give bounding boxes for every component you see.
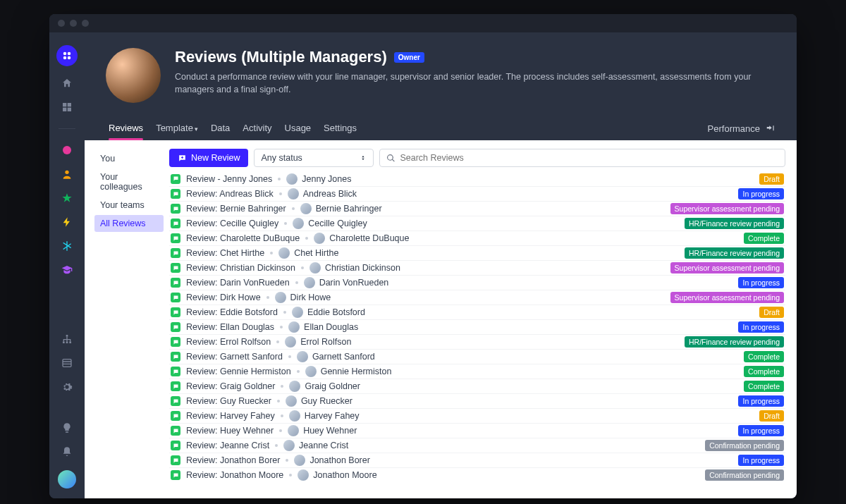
status-filter-dropdown[interactable]: Any status <box>254 149 374 167</box>
review-icon <box>171 381 180 391</box>
separator-dot <box>278 178 281 180</box>
review-title: Review: Chet Hirthe <box>186 248 264 258</box>
svg-rect-7 <box>68 108 71 111</box>
filter-item[interactable]: Your teams <box>94 197 164 214</box>
review-row[interactable]: Review: Eddie BotsfordEddie BotsfordDraf… <box>169 305 785 319</box>
status-badge: Draft <box>759 173 784 185</box>
star-icon[interactable] <box>60 191 74 205</box>
lightbulb-icon[interactable] <box>60 421 74 435</box>
assignee-avatar <box>309 262 321 273</box>
dropdown-caret-icon <box>360 154 367 161</box>
svg-rect-5 <box>68 103 71 106</box>
separator-dot <box>270 252 273 254</box>
assignee-name: Jonathon Borer <box>309 455 369 465</box>
review-row[interactable]: Review: Errol RolfsonErrol RolfsonHR/Fin… <box>169 334 785 349</box>
review-icon <box>171 174 180 184</box>
separator-dot <box>286 459 288 462</box>
review-row[interactable]: Review: Graig GoldnerGraig GoldnerComple… <box>169 379 785 393</box>
person-icon[interactable] <box>60 167 74 181</box>
status-badge: In progress <box>738 455 784 466</box>
page-subtitle: Conduct a performance review with your l… <box>175 70 753 96</box>
review-row[interactable]: Review: Garnett SanfordGarnett SanfordCo… <box>169 349 785 364</box>
review-row[interactable]: Review: Andreas BlickAndreas BlickIn pro… <box>169 186 785 201</box>
filter-item[interactable]: Your colleagues <box>94 168 164 195</box>
review-row[interactable]: Review: Cecille QuigleyCecille QuigleyHR… <box>169 216 785 231</box>
breadcrumb-label: Performance <box>708 123 760 134</box>
review-row[interactable]: Review: Gennie HermistonGennie Hermiston… <box>169 364 785 379</box>
filter-item[interactable]: All Reviews <box>94 215 164 232</box>
breadcrumb[interactable]: Performance <box>708 123 776 134</box>
bolt-icon[interactable] <box>60 215 74 229</box>
tab-activity[interactable]: Activity <box>243 117 271 140</box>
asterisk-icon[interactable] <box>60 239 74 253</box>
review-icon <box>171 219 180 228</box>
search-input[interactable] <box>400 153 778 163</box>
assignee-avatar <box>292 307 303 318</box>
status-badge: Supervisor assessment pending <box>670 203 784 214</box>
chat-plus-icon <box>178 154 187 163</box>
tab-reviews[interactable]: Reviews <box>109 117 143 140</box>
review-title: Review: Christian Dickinson <box>186 263 295 273</box>
review-row[interactable]: Review: Darin VonRuedenDarin VonRuedenIn… <box>169 275 785 290</box>
list-icon[interactable] <box>60 356 74 370</box>
review-title: Review: Dirk Howe <box>186 293 261 302</box>
review-title: Review: Eddie Botsford <box>186 307 278 317</box>
assignee-name: Christian Dickinson <box>325 263 400 273</box>
app-logo-icon[interactable] <box>56 45 78 66</box>
review-title: Review: Darin VonRueden <box>186 278 290 288</box>
tab-usage[interactable]: Usage <box>285 117 312 140</box>
assignee-avatar <box>293 218 304 229</box>
graduation-icon[interactable] <box>60 263 74 277</box>
assignee-avatar <box>283 440 295 451</box>
app-window: Reviews (Multiple Managers) Owner Conduc… <box>49 14 797 498</box>
tab-settings[interactable]: Settings <box>324 117 357 140</box>
status-badge: Draft <box>759 307 784 318</box>
review-row[interactable]: Review: Charolette DuBuqueCharolette DuB… <box>169 231 785 245</box>
review-row[interactable]: Review: Jonathon MooreJonathon MooreConf… <box>169 467 785 482</box>
org-chart-icon[interactable] <box>60 332 74 346</box>
review-row[interactable]: Review: Guy RueckerGuy RueckerIn progres… <box>169 393 785 408</box>
tab-data[interactable]: Data <box>211 117 230 140</box>
review-icon <box>171 293 180 302</box>
svg-rect-13 <box>69 341 71 343</box>
search-box[interactable] <box>379 149 785 167</box>
review-row[interactable]: Review: Harvey FaheyHarvey FaheyDraft <box>169 408 785 423</box>
home-icon[interactable] <box>60 76 74 90</box>
tab-template[interactable]: Template▾ <box>156 117 198 140</box>
status-badge: In progress <box>738 188 784 199</box>
assignee-avatar <box>289 381 300 392</box>
review-title: Review: Huey Wehner <box>186 426 274 436</box>
status-badge: Confirmation pending <box>705 440 784 451</box>
current-user-avatar[interactable] <box>56 469 78 490</box>
review-row[interactable]: Review: Jonathon BorerJonathon BorerIn p… <box>169 453 785 467</box>
face-icon[interactable] <box>60 143 74 157</box>
traffic-light-icon <box>70 20 77 27</box>
review-row[interactable]: Review: Huey WehnerHuey WehnerIn progres… <box>169 423 785 438</box>
review-row[interactable]: Review: Ellan DouglasEllan DouglasIn pro… <box>169 319 785 334</box>
new-review-button[interactable]: New Review <box>169 149 248 167</box>
review-row[interactable]: Review - Jenny JonesJenny JonesDraft <box>169 171 785 186</box>
grid-icon[interactable] <box>60 100 74 114</box>
svg-rect-11 <box>63 341 65 343</box>
filter-item[interactable]: You <box>94 150 164 167</box>
page-title: Reviews (Multiple Managers) <box>175 48 387 66</box>
assignee-name: Andreas Blick <box>303 189 357 199</box>
svg-rect-10 <box>66 335 68 337</box>
review-row[interactable]: Review: Chet HirtheChet HirtheHR/Finance… <box>169 245 785 260</box>
workspace-cover-image <box>106 48 161 103</box>
status-badge: HR/Finance review pending <box>685 218 784 229</box>
bell-icon[interactable] <box>60 445 74 459</box>
review-row[interactable]: Review: Christian DickinsonChristian Dic… <box>169 260 785 275</box>
review-icon <box>171 441 180 450</box>
review-row[interactable]: Review: Dirk HoweDirk HoweSupervisor ass… <box>169 290 785 305</box>
review-row[interactable]: Review: Jeanne CristJeanne CristConfirma… <box>169 438 785 453</box>
titlebar <box>49 14 797 32</box>
separator-dot <box>283 311 286 314</box>
assignee-avatar <box>275 292 286 303</box>
svg-point-1 <box>68 52 71 56</box>
gear-icon[interactable] <box>60 380 74 394</box>
review-row[interactable]: Review: Bernie BahringerBernie Bahringer… <box>169 201 785 216</box>
status-badge: Complete <box>744 381 784 392</box>
svg-point-3 <box>68 56 71 60</box>
review-icon <box>171 455 180 465</box>
